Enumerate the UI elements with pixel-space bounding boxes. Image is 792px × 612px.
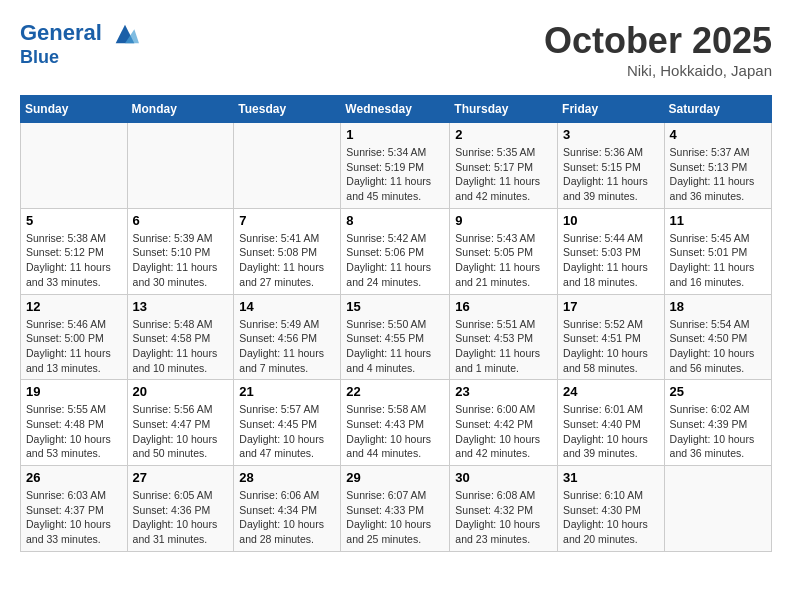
calendar-cell: 25Sunrise: 6:02 AMSunset: 4:39 PMDayligh… <box>664 380 771 466</box>
calendar-cell: 5Sunrise: 5:38 AMSunset: 5:12 PMDaylight… <box>21 208 128 294</box>
day-info: Sunrise: 5:54 AMSunset: 4:50 PMDaylight:… <box>670 317 766 376</box>
day-number: 4 <box>670 127 766 142</box>
day-info: Sunrise: 5:34 AMSunset: 5:19 PMDaylight:… <box>346 145 444 204</box>
calendar-cell: 24Sunrise: 6:01 AMSunset: 4:40 PMDayligh… <box>558 380 665 466</box>
day-info: Sunrise: 6:10 AMSunset: 4:30 PMDaylight:… <box>563 488 659 547</box>
day-info: Sunrise: 5:48 AMSunset: 4:58 PMDaylight:… <box>133 317 229 376</box>
calendar-cell <box>127 123 234 209</box>
day-info: Sunrise: 5:41 AMSunset: 5:08 PMDaylight:… <box>239 231 335 290</box>
day-info: Sunrise: 6:03 AMSunset: 4:37 PMDaylight:… <box>26 488 122 547</box>
day-number: 5 <box>26 213 122 228</box>
day-info: Sunrise: 6:08 AMSunset: 4:32 PMDaylight:… <box>455 488 552 547</box>
day-number: 18 <box>670 299 766 314</box>
day-info: Sunrise: 5:38 AMSunset: 5:12 PMDaylight:… <box>26 231 122 290</box>
day-info: Sunrise: 5:44 AMSunset: 5:03 PMDaylight:… <box>563 231 659 290</box>
day-info: Sunrise: 6:01 AMSunset: 4:40 PMDaylight:… <box>563 402 659 461</box>
day-info: Sunrise: 6:02 AMSunset: 4:39 PMDaylight:… <box>670 402 766 461</box>
day-number: 12 <box>26 299 122 314</box>
day-number: 23 <box>455 384 552 399</box>
calendar-cell: 22Sunrise: 5:58 AMSunset: 4:43 PMDayligh… <box>341 380 450 466</box>
header-wednesday: Wednesday <box>341 96 450 123</box>
header-saturday: Saturday <box>664 96 771 123</box>
calendar-table: SundayMondayTuesdayWednesdayThursdayFrid… <box>20 95 772 552</box>
calendar-cell: 7Sunrise: 5:41 AMSunset: 5:08 PMDaylight… <box>234 208 341 294</box>
day-info: Sunrise: 5:37 AMSunset: 5:13 PMDaylight:… <box>670 145 766 204</box>
day-number: 22 <box>346 384 444 399</box>
calendar-cell: 29Sunrise: 6:07 AMSunset: 4:33 PMDayligh… <box>341 466 450 552</box>
day-info: Sunrise: 5:58 AMSunset: 4:43 PMDaylight:… <box>346 402 444 461</box>
day-number: 7 <box>239 213 335 228</box>
calendar-cell: 2Sunrise: 5:35 AMSunset: 5:17 PMDaylight… <box>450 123 558 209</box>
calendar-cell: 18Sunrise: 5:54 AMSunset: 4:50 PMDayligh… <box>664 294 771 380</box>
day-info: Sunrise: 5:57 AMSunset: 4:45 PMDaylight:… <box>239 402 335 461</box>
calendar-week-5: 26Sunrise: 6:03 AMSunset: 4:37 PMDayligh… <box>21 466 772 552</box>
day-number: 11 <box>670 213 766 228</box>
calendar-cell <box>21 123 128 209</box>
day-number: 3 <box>563 127 659 142</box>
day-info: Sunrise: 5:46 AMSunset: 5:00 PMDaylight:… <box>26 317 122 376</box>
calendar-cell: 4Sunrise: 5:37 AMSunset: 5:13 PMDaylight… <box>664 123 771 209</box>
calendar-week-2: 5Sunrise: 5:38 AMSunset: 5:12 PMDaylight… <box>21 208 772 294</box>
header-monday: Monday <box>127 96 234 123</box>
day-info: Sunrise: 6:07 AMSunset: 4:33 PMDaylight:… <box>346 488 444 547</box>
header-sunday: Sunday <box>21 96 128 123</box>
day-number: 9 <box>455 213 552 228</box>
day-info: Sunrise: 5:52 AMSunset: 4:51 PMDaylight:… <box>563 317 659 376</box>
day-number: 2 <box>455 127 552 142</box>
day-number: 28 <box>239 470 335 485</box>
logo: General Blue <box>20 20 139 68</box>
day-number: 27 <box>133 470 229 485</box>
calendar-cell: 23Sunrise: 6:00 AMSunset: 4:42 PMDayligh… <box>450 380 558 466</box>
calendar-cell <box>234 123 341 209</box>
day-info: Sunrise: 6:00 AMSunset: 4:42 PMDaylight:… <box>455 402 552 461</box>
day-number: 6 <box>133 213 229 228</box>
calendar-cell: 8Sunrise: 5:42 AMSunset: 5:06 PMDaylight… <box>341 208 450 294</box>
day-info: Sunrise: 5:55 AMSunset: 4:48 PMDaylight:… <box>26 402 122 461</box>
day-info: Sunrise: 5:49 AMSunset: 4:56 PMDaylight:… <box>239 317 335 376</box>
day-number: 31 <box>563 470 659 485</box>
day-number: 26 <box>26 470 122 485</box>
day-number: 1 <box>346 127 444 142</box>
calendar-cell: 12Sunrise: 5:46 AMSunset: 5:00 PMDayligh… <box>21 294 128 380</box>
day-number: 20 <box>133 384 229 399</box>
day-number: 15 <box>346 299 444 314</box>
calendar-cell: 27Sunrise: 6:05 AMSunset: 4:36 PMDayligh… <box>127 466 234 552</box>
header-thursday: Thursday <box>450 96 558 123</box>
day-number: 16 <box>455 299 552 314</box>
calendar-cell <box>664 466 771 552</box>
day-number: 10 <box>563 213 659 228</box>
day-info: Sunrise: 5:45 AMSunset: 5:01 PMDaylight:… <box>670 231 766 290</box>
day-number: 8 <box>346 213 444 228</box>
logo-text: General <box>20 20 139 48</box>
calendar-cell: 9Sunrise: 5:43 AMSunset: 5:05 PMDaylight… <box>450 208 558 294</box>
month-title: October 2025 <box>544 20 772 62</box>
header-friday: Friday <box>558 96 665 123</box>
calendar-week-4: 19Sunrise: 5:55 AMSunset: 4:48 PMDayligh… <box>21 380 772 466</box>
calendar-cell: 28Sunrise: 6:06 AMSunset: 4:34 PMDayligh… <box>234 466 341 552</box>
day-info: Sunrise: 5:43 AMSunset: 5:05 PMDaylight:… <box>455 231 552 290</box>
page-header: General Blue October 2025 Niki, Hokkaido… <box>20 20 772 79</box>
header-tuesday: Tuesday <box>234 96 341 123</box>
calendar-cell: 11Sunrise: 5:45 AMSunset: 5:01 PMDayligh… <box>664 208 771 294</box>
day-info: Sunrise: 5:39 AMSunset: 5:10 PMDaylight:… <box>133 231 229 290</box>
calendar-cell: 3Sunrise: 5:36 AMSunset: 5:15 PMDaylight… <box>558 123 665 209</box>
day-number: 17 <box>563 299 659 314</box>
day-number: 14 <box>239 299 335 314</box>
calendar-week-1: 1Sunrise: 5:34 AMSunset: 5:19 PMDaylight… <box>21 123 772 209</box>
title-block: October 2025 Niki, Hokkaido, Japan <box>544 20 772 79</box>
logo-blue: Blue <box>20 48 139 68</box>
day-info: Sunrise: 5:35 AMSunset: 5:17 PMDaylight:… <box>455 145 552 204</box>
day-info: Sunrise: 5:51 AMSunset: 4:53 PMDaylight:… <box>455 317 552 376</box>
day-info: Sunrise: 5:42 AMSunset: 5:06 PMDaylight:… <box>346 231 444 290</box>
day-number: 19 <box>26 384 122 399</box>
day-info: Sunrise: 5:36 AMSunset: 5:15 PMDaylight:… <box>563 145 659 204</box>
day-info: Sunrise: 5:56 AMSunset: 4:47 PMDaylight:… <box>133 402 229 461</box>
calendar-cell: 1Sunrise: 5:34 AMSunset: 5:19 PMDaylight… <box>341 123 450 209</box>
day-info: Sunrise: 6:05 AMSunset: 4:36 PMDaylight:… <box>133 488 229 547</box>
calendar-cell: 10Sunrise: 5:44 AMSunset: 5:03 PMDayligh… <box>558 208 665 294</box>
calendar-cell: 17Sunrise: 5:52 AMSunset: 4:51 PMDayligh… <box>558 294 665 380</box>
calendar-header-row: SundayMondayTuesdayWednesdayThursdayFrid… <box>21 96 772 123</box>
calendar-cell: 13Sunrise: 5:48 AMSunset: 4:58 PMDayligh… <box>127 294 234 380</box>
location-subtitle: Niki, Hokkaido, Japan <box>544 62 772 79</box>
day-number: 30 <box>455 470 552 485</box>
